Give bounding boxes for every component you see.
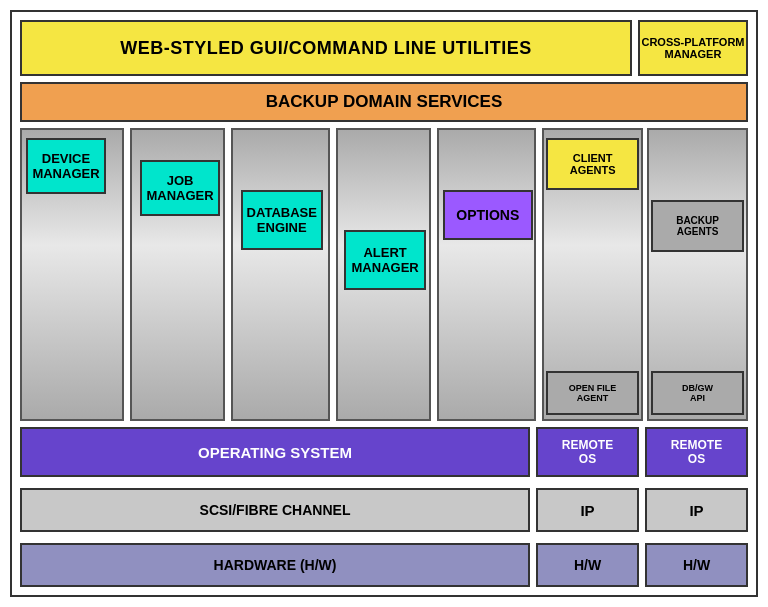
backup-column: BACKUPAGENTS DB/GWAPI xyxy=(647,128,748,421)
ip-1-label: IP xyxy=(580,502,594,519)
scsi-main-box: SCSI/FIBRE CHANNEL xyxy=(20,488,530,532)
job-manager-box: JOBMANAGER xyxy=(140,160,220,216)
device-manager-column: DEVICEMANAGER xyxy=(20,128,124,421)
main-components-row: DEVICEMANAGER JOBMANAGER DATABASEENGINE … xyxy=(20,128,748,421)
bottom-rows: OPERATING SYSTEM REMOTEOS REMOTEOS SCSI/… xyxy=(20,427,748,587)
gui-row: WEB-STYLED GUI/COMMAND LINE UTILITIES CR… xyxy=(20,20,748,76)
device-manager-label: DEVICEMANAGER xyxy=(32,151,99,181)
database-engine-column: DATABASEENGINE xyxy=(231,128,330,421)
hw-2-label: H/W xyxy=(683,557,710,573)
ip-1-box: IP xyxy=(536,488,639,532)
open-file-agent-box: OPEN FILEAGENT xyxy=(546,371,639,415)
dbgw-api-box: DB/GWAPI xyxy=(651,371,744,415)
options-box: OPTIONS xyxy=(443,190,533,240)
client-column: CLIENTAGENTS OPEN FILEAGENT xyxy=(542,128,643,421)
client-agents-label: CLIENTAGENTS xyxy=(570,152,616,176)
scsi-label: SCSI/FIBRE CHANNEL xyxy=(200,502,351,518)
gui-main-box: WEB-STYLED GUI/COMMAND LINE UTILITIES xyxy=(20,20,632,76)
database-engine-box: DATABASEENGINE xyxy=(241,190,323,250)
backup-domain-label: BACKUP DOMAIN SERVICES xyxy=(266,92,502,112)
client-agents-box: CLIENTAGENTS xyxy=(546,138,639,190)
os-row: OPERATING SYSTEM REMOTEOS REMOTEOS xyxy=(20,427,748,477)
alert-manager-column: ALERTMANAGER xyxy=(336,128,431,421)
job-manager-column: JOBMANAGER xyxy=(130,128,225,421)
right-columns: CLIENTAGENTS OPEN FILEAGENT BACKUPAGENTS xyxy=(542,128,748,421)
hw-2-box: H/W xyxy=(645,543,748,587)
os-label: OPERATING SYSTEM xyxy=(198,444,352,461)
scsi-row: SCSI/FIBRE CHANNEL IP IP xyxy=(20,488,748,532)
hw-main-box: HARDWARE (H/W) xyxy=(20,543,530,587)
remote-os-1-label: REMOTEOS xyxy=(562,438,613,466)
alert-manager-label: ALERTMANAGER xyxy=(352,245,419,275)
backup-agents-label: BACKUPAGENTS xyxy=(676,215,719,237)
options-label: OPTIONS xyxy=(456,207,519,223)
ip-2-box: IP xyxy=(645,488,748,532)
dbgw-api-label: DB/GWAPI xyxy=(682,383,713,403)
device-manager-box: DEVICEMANAGER xyxy=(26,138,106,194)
backup-agents-box: BACKUPAGENTS xyxy=(651,200,744,252)
gui-cross-box: CROSS-PLATFORMMANAGER xyxy=(638,20,748,76)
database-engine-label: DATABASEENGINE xyxy=(247,205,317,235)
job-manager-label: JOBMANAGER xyxy=(147,173,214,203)
alert-manager-box: ALERTMANAGER xyxy=(344,230,426,290)
options-column: OPTIONS xyxy=(437,128,536,421)
hardware-row: HARDWARE (H/W) H/W H/W xyxy=(20,543,748,587)
ip-2-label: IP xyxy=(689,502,703,519)
gui-cross-label: CROSS-PLATFORMMANAGER xyxy=(641,36,744,60)
open-file-agent-label: OPEN FILEAGENT xyxy=(569,383,617,403)
right-area: CLIENTAGENTS OPEN FILEAGENT BACKUPAGENTS xyxy=(542,128,748,421)
os-main-box: OPERATING SYSTEM xyxy=(20,427,530,477)
hw-1-label: H/W xyxy=(574,557,601,573)
hw-1-box: H/W xyxy=(536,543,639,587)
architecture-diagram: WEB-STYLED GUI/COMMAND LINE UTILITIES CR… xyxy=(10,10,758,597)
gui-main-label: WEB-STYLED GUI/COMMAND LINE UTILITIES xyxy=(120,38,532,59)
backup-domain-box: BACKUP DOMAIN SERVICES xyxy=(20,82,748,122)
remote-os-2-box: REMOTEOS xyxy=(645,427,748,477)
remote-os-1-box: REMOTEOS xyxy=(536,427,639,477)
hw-label: HARDWARE (H/W) xyxy=(214,557,337,573)
remote-os-2-label: REMOTEOS xyxy=(671,438,722,466)
